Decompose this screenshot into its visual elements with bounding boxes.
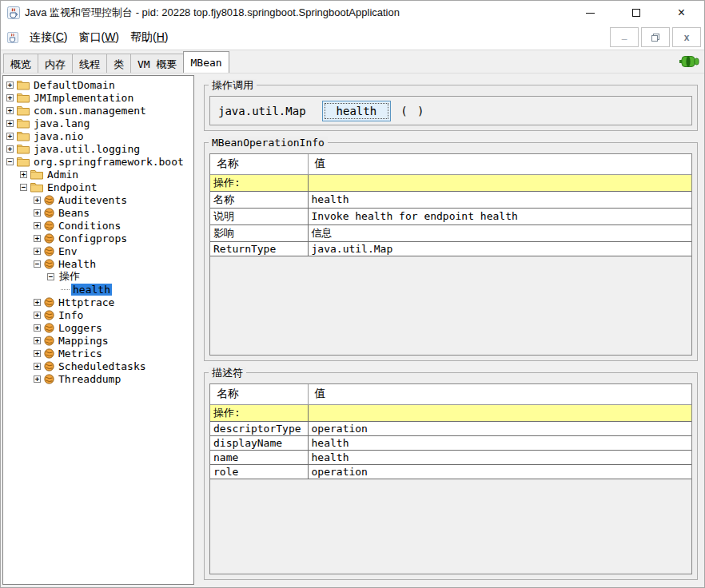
tab-mbean[interactable]: MBean (183, 51, 229, 73)
expand-icon[interactable]: + (6, 107, 14, 114)
expand-icon[interactable]: + (34, 337, 41, 344)
tab-overview[interactable]: 概览 (3, 54, 38, 73)
collapse-icon[interactable]: − (47, 273, 54, 280)
invoke-health-button[interactable]: health (322, 101, 392, 121)
frame-minimize-button[interactable]: _ (610, 27, 639, 47)
tree-item-操作[interactable]: −操作 (3, 270, 193, 283)
expand-icon[interactable]: + (34, 209, 41, 217)
collapse-icon[interactable]: − (34, 260, 41, 268)
table-row[interactable]: displayNamehealth (210, 435, 691, 450)
table-row[interactable]: roleoperation (210, 464, 691, 479)
menu-help[interactable]: 帮助(H) (125, 28, 173, 47)
tree-item-JMImplementation[interactable]: +JMImplementation (3, 91, 193, 104)
tree-item-health[interactable]: health (3, 283, 193, 296)
tree-item-Conditions[interactable]: +Conditions (3, 219, 193, 232)
folder-icon (17, 105, 30, 116)
column-header: 名称 (210, 154, 308, 174)
expand-icon[interactable]: + (6, 120, 14, 127)
menu-window[interactable]: 窗口(W) (73, 28, 125, 47)
tree-item-Configprops[interactable]: +Configprops (3, 232, 193, 244)
tree-item-label: Auditevents (57, 194, 129, 206)
tree-item-Health[interactable]: −Health (3, 257, 193, 270)
section-row-operation[interactable]: 操作: (210, 404, 691, 421)
tree-item-label: Health (57, 258, 98, 270)
window-minimize-button[interactable] (568, 1, 613, 25)
mbean-icon (44, 195, 54, 205)
folder-icon (17, 93, 30, 103)
expand-icon[interactable]: + (34, 324, 41, 332)
tree-item-com.sun.management[interactable]: +com.sun.management (3, 104, 193, 117)
tree-item-Beans[interactable]: +Beans (3, 206, 193, 219)
folder-icon (30, 182, 43, 193)
mbean-icon (44, 361, 54, 371)
mbean-icon (44, 208, 54, 218)
tree-item-java.util.logging[interactable]: +java.util.logging (3, 142, 193, 155)
operation-info-table: 名称值操作:名称health说明Invoke health for endpoi… (209, 153, 692, 356)
tree-item-label: org.springframework.boot (32, 156, 185, 168)
folder-icon (17, 144, 30, 154)
mbean-icon (44, 323, 54, 333)
expand-icon[interactable]: + (34, 248, 41, 255)
expand-icon[interactable]: + (34, 197, 41, 204)
tree-item-Info[interactable]: +Info (3, 308, 193, 321)
folder-icon (17, 157, 30, 167)
section-row-operation[interactable]: 操作: (210, 174, 691, 191)
mbean-icon (44, 348, 54, 359)
tab-threads[interactable]: 线程 (72, 54, 107, 73)
operation-info-group-title: MBeanOperationInfo (209, 137, 328, 149)
cell-value: java.util.Map (308, 241, 691, 256)
tree-item-label: Scheduledtasks (57, 360, 148, 372)
tab-memory[interactable]: 内存 (38, 54, 73, 73)
expand-icon[interactable]: + (6, 94, 14, 101)
tree-item-Mappings[interactable]: +Mappings (3, 334, 193, 347)
table-row[interactable]: 影响信息 (210, 224, 691, 241)
expand-icon[interactable]: + (6, 81, 14, 89)
tree-item-Httptrace[interactable]: +Httptrace (3, 296, 193, 308)
tree-item-Scheduledtasks[interactable]: +Scheduledtasks (3, 360, 193, 372)
expand-icon[interactable]: + (34, 235, 41, 242)
table-row[interactable]: ReturnTypejava.util.Map (210, 241, 691, 256)
expand-icon[interactable]: + (34, 350, 41, 357)
tree-item-Admin[interactable]: +Admin (3, 168, 193, 181)
expand-icon[interactable]: + (6, 133, 14, 140)
table-row[interactable]: 说明Invoke health for endpoint health (210, 208, 691, 224)
expand-icon[interactable]: + (34, 375, 41, 383)
frame-restore-button[interactable] (641, 27, 670, 47)
tree-item-org.springframework.boot[interactable]: −org.springframework.boot (3, 155, 193, 168)
tree-item-DefaultDomain[interactable]: +DefaultDomain (3, 78, 193, 91)
window-close-button[interactable]: × (659, 1, 704, 25)
tree-item-Metrics[interactable]: +Metrics (3, 347, 193, 360)
tree-item-Threaddump[interactable]: +Threaddump (3, 372, 193, 385)
jconsole-window: Java 监视和管理控制台 - pid: 20228 top.fjy8018.s… (0, 0, 705, 588)
menu-connection[interactable]: 连接(C) (24, 28, 73, 47)
close-icon: × (678, 9, 685, 17)
tree-item-label: Conditions (57, 220, 122, 232)
table-row[interactable]: descriptorTypeoperation (210, 421, 691, 435)
window-maximize-button[interactable] (613, 1, 659, 25)
expand-icon[interactable]: + (34, 363, 41, 370)
tree-item-Env[interactable]: +Env (3, 244, 193, 257)
collapse-icon[interactable]: − (20, 184, 27, 191)
collapse-icon[interactable]: − (6, 158, 14, 165)
tree-item-label: com.sun.management (32, 105, 148, 117)
tab-classes[interactable]: 类 (106, 54, 131, 73)
expand-icon[interactable]: + (34, 299, 41, 306)
expand-icon[interactable]: + (34, 312, 41, 319)
menu-label-part: 窗口( (78, 30, 105, 43)
table-row[interactable]: namehealth (210, 450, 691, 464)
operation-invoke-group-title: 操作调用 (209, 79, 257, 91)
tree-item-java.nio[interactable]: +java.nio (3, 129, 193, 142)
column-header: 值 (308, 384, 691, 404)
tree-item-Loggers[interactable]: +Loggers (3, 321, 193, 334)
expand-icon[interactable]: + (20, 171, 27, 178)
expand-icon[interactable]: + (6, 145, 14, 153)
tab-vm-summary[interactable]: VM 概要 (130, 54, 184, 73)
frame-close-button[interactable]: x (672, 27, 701, 47)
menu-label-part: ) (165, 30, 169, 43)
expand-icon[interactable]: + (34, 222, 41, 229)
minimize-icon (586, 13, 595, 14)
table-row[interactable]: 名称health (210, 191, 691, 208)
tree-item-Auditevents[interactable]: +Auditevents (3, 193, 193, 206)
tree-item-Endpoint[interactable]: −Endpoint (3, 181, 193, 193)
tree-item-java.lang[interactable]: +java.lang (3, 117, 193, 129)
